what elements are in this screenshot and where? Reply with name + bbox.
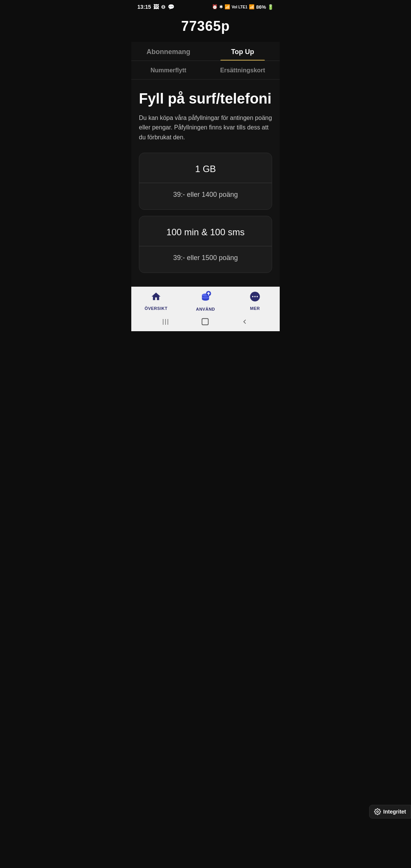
bluetooth-icon: ✱ [219, 4, 223, 10]
nav-item-mer[interactable]: MER [240, 291, 270, 311]
bottom-nav: ÖVERSIKT ANVÄND [131, 287, 280, 314]
account-number: 77365p [131, 12, 280, 42]
product-title-1gb: 1 GB [139, 153, 272, 183]
home-button[interactable] [201, 318, 209, 326]
nav-item-anvand[interactable]: ANVÄND [190, 290, 221, 311]
more-icon [250, 291, 260, 305]
tab-nummerflytt[interactable]: Nummerflytt [131, 61, 206, 79]
sub-tab-bar: Nummerflytt Ersättningskort [131, 61, 280, 80]
nav-label-anvand: ANVÄND [196, 307, 215, 311]
home-icon [151, 291, 161, 305]
wifi-icon: 📶 [225, 4, 230, 10]
main-content: Fyll på surf/telefoni Du kan köpa våra p… [131, 80, 280, 287]
status-indicators: ⏰ ✱ 📶 VoI LTE1 📶 86% 🔋 [212, 4, 274, 10]
photo-icon: 🖼 [153, 4, 159, 10]
status-bar: 13:15 🖼 ⊖ 💬 ⏰ ✱ 📶 VoI LTE1 📶 86% 🔋 [131, 0, 280, 12]
tab-ersattningskort[interactable]: Ersättningskort [206, 61, 280, 79]
android-nav-bar: ||| [131, 314, 280, 331]
lte-indicator: VoI LTE1 [232, 5, 247, 9]
nav-label-mer: MER [250, 306, 260, 311]
signal-icon: 📶 [249, 4, 255, 10]
message-icon: 💬 [168, 4, 174, 10]
nav-label-oversikt: ÖVERSIKT [145, 306, 167, 311]
status-time: 13:15 🖼 ⊖ 💬 [137, 4, 174, 10]
product-card-1gb[interactable]: 1 GB 39:- eller 1400 poäng [139, 153, 272, 210]
nav-item-oversikt[interactable]: ÖVERSIKT [141, 291, 171, 311]
svg-rect-11 [202, 319, 209, 325]
battery-indicator: 86% [256, 4, 266, 10]
recent-apps-button[interactable]: ||| [162, 318, 169, 325]
product-price-100min: 39:- eller 1500 poäng [139, 246, 272, 273]
tab-top-up[interactable]: Top Up [206, 42, 280, 61]
product-card-100min[interactable]: 100 min & 100 sms 39:- eller 1500 poäng [139, 216, 272, 273]
coins-icon [199, 290, 212, 305]
battery-icon: 🔋 [268, 4, 274, 10]
page-description: Du kan köpa våra påfyllningar för anting… [139, 113, 272, 142]
product-price-1gb: 39:- eller 1400 poäng [139, 183, 272, 209]
alarm-icon: ⏰ [212, 4, 218, 10]
time-display: 13:15 [137, 4, 151, 10]
svg-point-8 [252, 296, 253, 298]
main-tab-bar: Abonnemang Top Up [131, 42, 280, 61]
tab-abonnemang[interactable]: Abonnemang [131, 42, 206, 61]
product-title-100min: 100 min & 100 sms [139, 216, 272, 246]
svg-point-9 [254, 296, 256, 298]
back-button[interactable] [241, 318, 249, 326]
svg-point-10 [256, 296, 258, 298]
page-title: Fyll på surf/telefoni [139, 90, 272, 108]
minus-icon: ⊖ [161, 4, 166, 10]
